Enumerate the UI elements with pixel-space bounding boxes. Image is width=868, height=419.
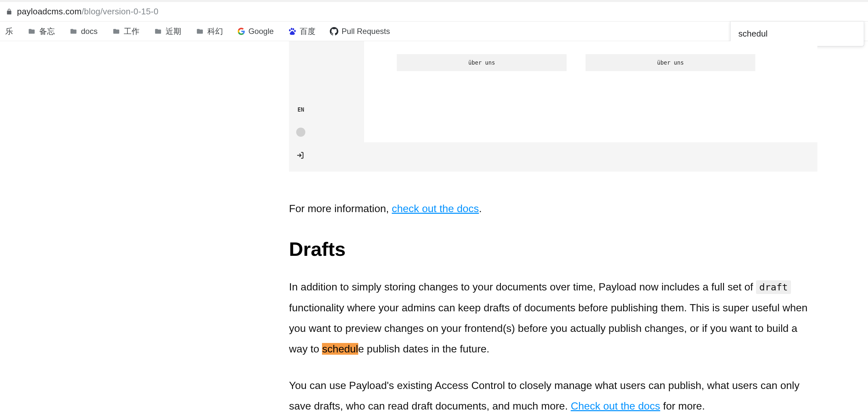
logout-icon bbox=[296, 152, 304, 159]
bookmark-label: 乐 bbox=[5, 26, 13, 37]
bookmark-label: docs bbox=[81, 27, 98, 36]
google-icon bbox=[238, 27, 245, 35]
folder-icon bbox=[27, 28, 36, 35]
bookmark-label: 工作 bbox=[124, 26, 140, 37]
url-text[interactable]: payloadcms.com/blog/version-0-15-0 bbox=[17, 6, 158, 17]
bookmark-label: 备忘 bbox=[39, 26, 55, 37]
lock-icon bbox=[6, 8, 12, 15]
folder-icon bbox=[196, 28, 204, 35]
paragraph-more-info: For more information, check out the docs… bbox=[289, 198, 817, 219]
bookmark-baidu[interactable]: 百度 bbox=[285, 24, 318, 38]
folder-icon bbox=[154, 28, 162, 35]
admin-main-panel: über uns über uns bbox=[364, 41, 817, 142]
address-bar: payloadcms.com/blog/version-0-15-0 bbox=[0, 2, 868, 22]
link-check-out-docs[interactable]: check out the docs bbox=[392, 203, 479, 215]
svg-point-2 bbox=[292, 28, 294, 30]
baidu-icon bbox=[288, 27, 297, 36]
github-icon bbox=[330, 27, 338, 36]
svg-point-3 bbox=[294, 30, 296, 32]
bookmark-folder-work[interactable]: 工作 bbox=[110, 24, 142, 38]
paragraph-access-control: You can use Payload's existing Access Co… bbox=[289, 375, 817, 417]
folder-icon bbox=[69, 28, 78, 35]
admin-field-2: über uns bbox=[586, 54, 755, 71]
admin-ui-screenshot: EN über uns über uns bbox=[289, 41, 817, 172]
paragraph-drafts-intro: In addition to simply storing changes to… bbox=[289, 277, 817, 359]
bookmark-github-prs[interactable]: Pull Requests bbox=[327, 25, 393, 38]
bookmark-label: Pull Requests bbox=[342, 27, 390, 36]
bookmark-folder-docs[interactable]: docs bbox=[67, 25, 100, 38]
folder-icon bbox=[112, 28, 121, 35]
bookmark-folder-entertainment[interactable]: 乐 bbox=[3, 24, 16, 38]
heading-drafts: Drafts bbox=[289, 238, 817, 260]
svg-point-0 bbox=[289, 29, 291, 31]
link-check-out-docs-2[interactable]: Check out the docs bbox=[571, 400, 660, 412]
code-draft: draft bbox=[756, 280, 791, 294]
svg-point-1 bbox=[291, 28, 292, 30]
find-input[interactable] bbox=[738, 29, 856, 39]
url-path: /blog/version-0-15-0 bbox=[82, 6, 158, 16]
bookmarks-bar: 乐 备忘 docs 工作 近期 科幻 Google 百度 Pull Reques… bbox=[0, 22, 868, 41]
bookmark-label: 近期 bbox=[165, 26, 181, 37]
browser-tab-strip bbox=[0, 0, 868, 2]
article-body: For more information, check out the docs… bbox=[289, 172, 817, 417]
bookmark-label: 科幻 bbox=[207, 26, 223, 37]
bookmark-folder-notes[interactable]: 备忘 bbox=[25, 24, 58, 38]
bookmark-label: Google bbox=[249, 27, 274, 36]
admin-field-1: über uns bbox=[397, 54, 566, 71]
admin-sidebar: EN bbox=[289, 41, 364, 172]
find-highlight: schedul bbox=[322, 343, 358, 355]
url-host: payloadcms.com bbox=[17, 6, 82, 16]
avatar-icon bbox=[296, 128, 305, 137]
bookmark-folder-recent[interactable]: 近期 bbox=[151, 24, 184, 38]
bookmark-google[interactable]: Google bbox=[235, 25, 276, 38]
bookmark-folder-scifi[interactable]: 科幻 bbox=[193, 24, 226, 38]
bookmark-label: 百度 bbox=[300, 26, 315, 37]
admin-lang-badge: EN bbox=[298, 106, 304, 113]
page-content: EN über uns über uns For more informatio… bbox=[0, 41, 868, 417]
